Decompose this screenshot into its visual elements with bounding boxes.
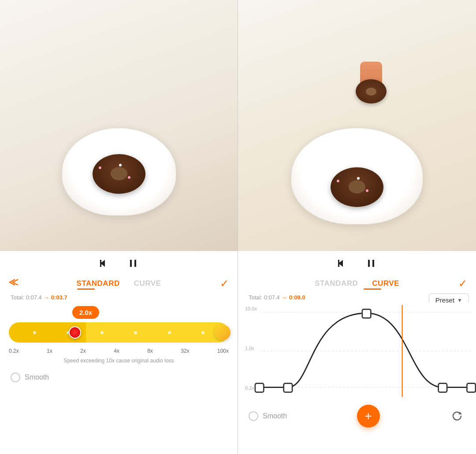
left-slider-dots: [9, 331, 229, 334]
left-speed-info: Total: 0:07.4 → 0:03.7: [0, 290, 238, 303]
left-slider-end: [215, 325, 231, 340]
left-donut-hole: [111, 167, 127, 180]
y-label-02x: 0.2x: [245, 385, 257, 391]
left-tab-bar: STANDARD CURVE ✓: [0, 274, 238, 290]
left-tab-curve[interactable]: CURVE: [127, 277, 168, 290]
right-panel: STANDARD CURVE ✓ Total: 0:07.4 → 0:09.0 …: [238, 0, 476, 454]
left-donut-body: [93, 154, 145, 194]
ctrl-node-left-mid[interactable]: [284, 384, 292, 392]
left-dot-6: [201, 331, 205, 334]
left-confirm-button[interactable]: ✓: [220, 277, 229, 290]
ctrl-node-end[interactable]: [467, 384, 475, 392]
left-tab-underline: [77, 288, 95, 290]
right-smooth-toggle[interactable]: Smooth: [249, 411, 287, 421]
right-playback-bar: [238, 251, 476, 274]
left-dot-4: [134, 331, 137, 334]
right-curve-chart[interactable]: 10.0x 1.0x 0.2x: [238, 303, 476, 399]
left-speed-4x: 4x: [114, 348, 119, 354]
svg-rect-2: [130, 260, 132, 267]
svg-rect-3: [134, 260, 136, 267]
right-reset-button[interactable]: [450, 408, 465, 424]
right-pause-button[interactable]: [364, 256, 378, 270]
svg-rect-1: [100, 260, 101, 267]
right-smooth-circle[interactable]: [249, 411, 258, 421]
ctrl-node-peak[interactable]: [362, 309, 371, 318]
curve-svg: [238, 303, 476, 399]
left-video-preview: [0, 0, 238, 251]
speed-curve-path: [260, 313, 472, 387]
right-sprinkle-3: [366, 189, 368, 192]
svg-rect-5: [338, 260, 339, 267]
left-speed-labels: 0.2x 1x 2x 4x 8x 32x 100x: [0, 346, 238, 356]
right-tab-standard[interactable]: STANDARD: [308, 277, 365, 290]
add-icon: +: [364, 409, 372, 423]
right-tab-bar: STANDARD CURVE ✓: [238, 274, 476, 290]
left-slider-container[interactable]: [0, 321, 238, 346]
right-sprinkle-2: [357, 177, 360, 180]
reset-icon: [450, 409, 465, 423]
left-controls: STANDARD CURVE ✓ Total: 0:07.4 → 0:03.7 …: [0, 274, 238, 454]
sprinkle-3: [128, 176, 130, 179]
left-speed-bubble-container: 2.0x: [0, 303, 238, 321]
left-pause-button[interactable]: [126, 256, 140, 270]
right-bottom-actions: Smooth +: [238, 399, 476, 435]
right-video-preview: [238, 0, 476, 251]
right-smooth-label: Smooth: [263, 412, 287, 420]
left-speed-32x: 32x: [181, 348, 189, 354]
left-speed-100x: 100x: [217, 348, 229, 354]
right-donut-body: [331, 167, 383, 207]
left-total-label: Total: 0:07.4: [11, 294, 42, 301]
left-speed-8x: 8x: [147, 348, 153, 354]
right-total-label: Total: 0:07.4: [249, 294, 280, 301]
left-speed-2x: 2x: [80, 348, 86, 354]
ctrl-node-right-mid[interactable]: [439, 384, 447, 392]
left-speed-1x: 1x: [47, 348, 52, 354]
right-skip-button[interactable]: [336, 256, 350, 270]
left-warning: Speed exceeding 10x cause original audio…: [0, 356, 238, 369]
left-dot-5: [168, 331, 171, 334]
right-add-point-button[interactable]: +: [357, 405, 380, 428]
left-slider-thumb[interactable]: [69, 326, 81, 339]
sprinkle-1: [99, 166, 101, 169]
left-arrow-icon: →: [44, 294, 49, 301]
left-skip-button[interactable]: [98, 256, 112, 270]
right-speed-info: Total: 0:07.4 → 0:09.0 Preset ▼: [238, 290, 476, 303]
left-smooth-circle[interactable]: [11, 373, 20, 382]
right-confirm-button[interactable]: ✓: [458, 277, 467, 290]
sprinkle-2: [119, 164, 122, 166]
left-smooth-toggle[interactable]: Smooth: [0, 369, 238, 389]
left-back-icon[interactable]: [9, 277, 19, 290]
left-playback-bar: [0, 251, 238, 274]
left-tab-standard[interactable]: STANDARD: [70, 277, 127, 290]
left-video-scene: [0, 0, 238, 251]
right-sprinkle-1: [337, 180, 339, 182]
left-slider-track[interactable]: [9, 322, 229, 343]
right-hand: [353, 62, 389, 114]
left-dot-3: [100, 331, 104, 334]
right-arrow-icon: →: [282, 294, 287, 301]
y-label-10x: 10.0x: [245, 306, 257, 311]
left-speed-bubble: 2.0x: [72, 306, 99, 319]
left-donut: [93, 154, 145, 194]
left-dot-1: [33, 331, 36, 334]
left-smooth-label: Smooth: [25, 373, 49, 381]
left-panel: STANDARD CURVE ✓ Total: 0:07.4 → 0:03.7 …: [0, 0, 238, 454]
left-speed-02x: 0.2x: [9, 348, 19, 354]
right-video-scene: [238, 0, 476, 251]
left-duration: 0:03.7: [51, 294, 67, 301]
right-duration: 0:09.0: [289, 294, 305, 301]
right-donut-hole: [349, 180, 365, 193]
right-tab-curve[interactable]: CURVE: [365, 277, 406, 290]
y-label-1x: 1.0x: [245, 346, 257, 351]
right-donut: [331, 167, 383, 207]
svg-rect-6: [368, 260, 370, 267]
svg-rect-7: [372, 260, 374, 267]
